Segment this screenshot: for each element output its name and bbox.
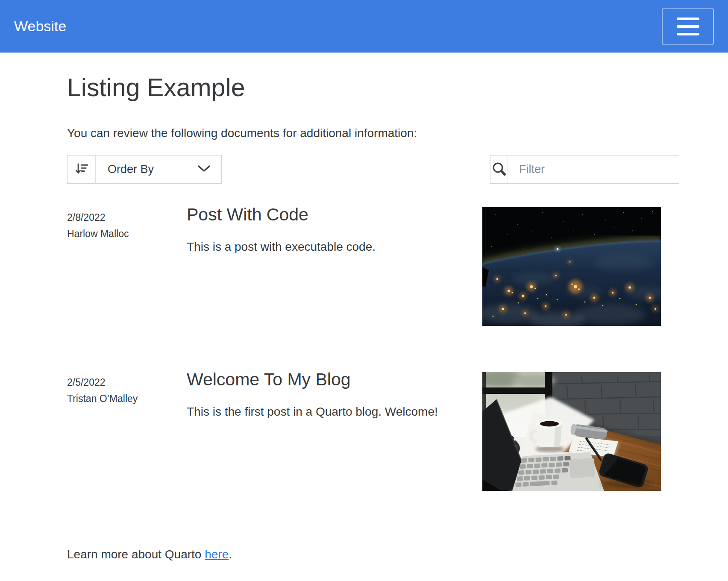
order-by-select[interactable]: Order By <box>95 155 222 184</box>
footer-text-before: Learn more about Quarto <box>67 548 205 561</box>
footer-text-after: . <box>229 548 232 561</box>
chevron-down-icon <box>197 163 211 176</box>
footer-text: Learn more about Quarto here. <box>67 548 661 561</box>
row-divider <box>67 341 661 341</box>
post-description: This is a post with executable code. <box>187 236 443 258</box>
listing-item: 2/5/2022 Tristan O’Malley Welcome To My … <box>67 372 661 491</box>
post-author: Harlow Malloc <box>67 226 187 242</box>
post-meta: 2/8/2022 Harlow Malloc <box>67 207 187 242</box>
listing-toolbar: Order By <box>67 155 661 184</box>
filter-input[interactable] <box>508 155 679 184</box>
post-body: Post With Code This is a post with execu… <box>187 207 482 258</box>
post-title-link[interactable]: Post With Code <box>187 204 482 225</box>
post-author: Tristan O’Malley <box>67 390 187 407</box>
order-by-control: Order By <box>67 155 222 184</box>
filter-control <box>490 155 661 184</box>
navbar-menu-toggle[interactable] <box>662 8 714 45</box>
main-content: Listing Example You can review the follo… <box>0 73 728 561</box>
post-thumbnail-desk[interactable] <box>482 372 661 491</box>
post-date: 2/5/2022 <box>67 374 187 390</box>
page-title: Listing Example <box>67 73 661 103</box>
post-title-link[interactable]: Welcome To My Blog <box>187 369 482 390</box>
post-body: Welcome To My Blog This is the first pos… <box>187 372 482 423</box>
post-thumbnail-earth[interactable] <box>482 207 661 326</box>
sort-amount-down-icon <box>73 161 90 179</box>
search-icon <box>490 160 508 179</box>
order-by-label: Order By <box>108 163 154 176</box>
post-description: This is the first post in a Quarto blog.… <box>187 401 443 423</box>
navbar: Website <box>0 0 728 53</box>
intro-text: You can review the following documents f… <box>67 125 661 142</box>
quarto-link[interactable]: here <box>205 548 229 561</box>
listing-item: 2/8/2022 Harlow Malloc Post With Code Th… <box>67 207 661 326</box>
post-date: 2/8/2022 <box>67 209 187 226</box>
sort-icon-cell <box>67 155 95 184</box>
navbar-brand[interactable]: Website <box>14 18 66 35</box>
post-meta: 2/5/2022 Tristan O’Malley <box>67 372 187 407</box>
search-icon-cell <box>490 155 508 184</box>
